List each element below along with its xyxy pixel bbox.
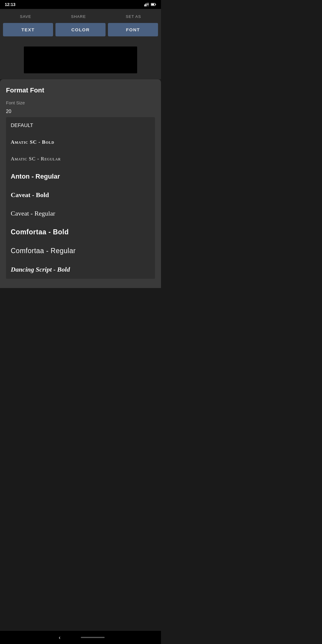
tab-color[interactable]: COLOR [55, 23, 106, 36]
font-item-dancing-bold[interactable]: Dancing Script - Bold [6, 260, 155, 279]
panel-title: Format Font [6, 86, 155, 94]
status-time: 12:13 [5, 2, 16, 7]
font-size-label: Font Size [6, 100, 155, 105]
set-as-button[interactable]: SET AS [123, 13, 144, 20]
status-bar: 12:13 [0, 0, 161, 9]
svg-rect-8 [155, 4, 156, 5]
font-item-caveat-regular[interactable]: Caveat - Regular [6, 204, 155, 223]
tab-font[interactable]: FONT [108, 23, 158, 36]
font-item-comfortaa-regular[interactable]: Comfortaa - Regular [6, 242, 155, 260]
preview-area [0, 41, 161, 79]
signal-icon [144, 2, 149, 7]
preview-canvas [24, 47, 137, 73]
tab-text[interactable]: TEXT [3, 23, 53, 36]
svg-marker-1 [145, 4, 146, 7]
font-item-anton[interactable]: Anton - Regular [6, 167, 155, 186]
share-button[interactable]: SHARE [68, 13, 89, 20]
svg-marker-0 [144, 4, 145, 6]
toolbar: SAVE SHARE SET AS [0, 9, 161, 23]
tab-row: TEXT COLOR FONT [0, 23, 161, 41]
save-button[interactable]: SAVE [17, 13, 34, 20]
font-item-amatic-regular[interactable]: Amatic SC - Regular [6, 151, 155, 167]
font-size-value: 20 [6, 109, 155, 114]
font-item-caveat-bold[interactable]: Caveat - Bold [6, 186, 155, 204]
battery-icon [151, 3, 156, 6]
font-item-comfortaa-bold[interactable]: Comfortaa - Bold [6, 223, 155, 242]
font-list: DEFAULT Amatic SC - Bold Amatic SC - Reg… [6, 117, 155, 279]
svg-rect-7 [151, 4, 154, 5]
font-item-default[interactable]: DEFAULT [6, 117, 155, 134]
format-panel: Format Font Font Size 20 DEFAULT Amatic … [0, 79, 161, 288]
font-item-amatic-bold[interactable]: Amatic SC - Bold [6, 134, 155, 151]
status-icons [144, 2, 156, 7]
